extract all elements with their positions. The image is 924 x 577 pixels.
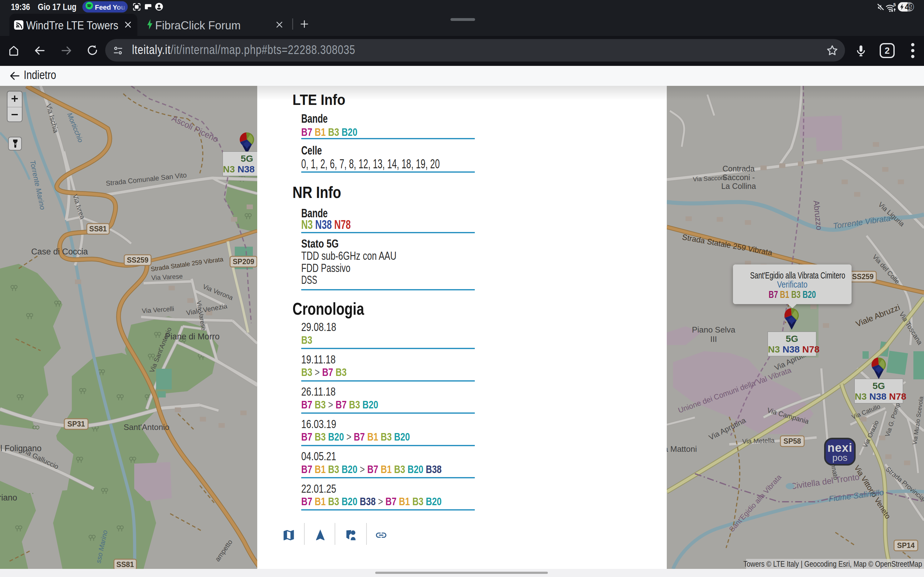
svg-text:5: 5 <box>893 3 896 7</box>
